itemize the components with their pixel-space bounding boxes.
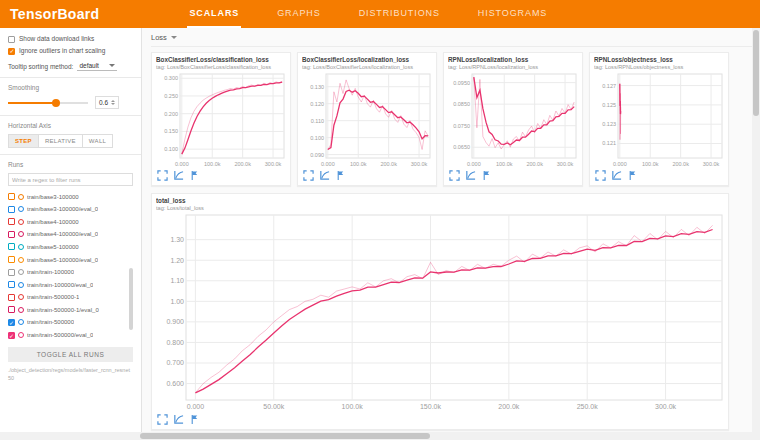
- run-row[interactable]: train/train-100000: [8, 266, 126, 279]
- run-checkbox[interactable]: [8, 281, 15, 288]
- run-row[interactable]: train/base3-100000/eval_0: [8, 203, 126, 216]
- log-scale-button[interactable]: [610, 170, 622, 182]
- line-chart[interactable]: 0.1210.1230.1250.1270.000100.0k200.0k300…: [594, 71, 724, 168]
- axis-button-step[interactable]: STEP: [8, 134, 39, 148]
- axis-button-relative[interactable]: RELATIVE: [39, 134, 83, 148]
- ignore-outliers-checkbox[interactable]: [8, 48, 15, 55]
- svg-text:0.123: 0.123: [602, 121, 616, 127]
- run-checkbox[interactable]: ✓: [8, 332, 15, 339]
- log-scale-button[interactable]: [172, 170, 184, 182]
- run-row[interactable]: train/base4-100000: [8, 215, 126, 228]
- svg-text:300.0k: 300.0k: [703, 161, 720, 167]
- run-row[interactable]: train/base5-100000/eval_0: [8, 253, 126, 266]
- run-isolator-icon[interactable]: [18, 244, 24, 250]
- line-chart[interactable]: 0.0900.1000.1100.1200.1300.000100.0k200.…: [302, 71, 432, 168]
- horizontal-scrollbar[interactable]: [0, 432, 760, 440]
- run-checkbox[interactable]: [8, 218, 15, 225]
- pin-button[interactable]: [480, 170, 492, 182]
- run-row[interactable]: train/train-100000/eval_0: [8, 278, 126, 291]
- run-checkbox[interactable]: ✓: [8, 319, 15, 326]
- run-isolator-icon[interactable]: [18, 194, 24, 200]
- run-row[interactable]: ✓train/train-500000/eval_0: [8, 329, 126, 342]
- run-checkbox[interactable]: [8, 231, 15, 238]
- expand-button[interactable]: [448, 170, 460, 182]
- line-chart[interactable]: 0.06500.07500.08500.09500.000100.0k200.0…: [448, 71, 578, 168]
- expand-icon: [595, 170, 606, 183]
- svg-text:0.090: 0.090: [310, 152, 324, 158]
- svg-text:150.0k: 150.0k: [420, 403, 442, 410]
- svg-text:250.0k: 250.0k: [577, 403, 599, 410]
- tab-scalars[interactable]: SCALARS: [187, 0, 241, 28]
- svg-text:0.100: 0.100: [164, 146, 178, 152]
- run-list-scrollbar[interactable]: [129, 268, 133, 330]
- pin-button[interactable]: [334, 170, 346, 182]
- expand-button[interactable]: [156, 414, 168, 426]
- run-label: train/train-500000: [27, 319, 74, 325]
- show-download-links-checkbox[interactable]: [8, 36, 15, 43]
- run-row[interactable]: ✓train/train-500000: [8, 316, 126, 329]
- run-row[interactable]: train/train-500000-1/eval_0: [8, 304, 126, 317]
- tab-histograms[interactable]: HISTOGRAMS: [476, 0, 549, 28]
- line-chart[interactable]: 0.1000.1500.2000.2500.3000.000100.0k200.…: [156, 71, 286, 168]
- run-isolator-icon[interactable]: [18, 332, 24, 338]
- svg-text:300.0k: 300.0k: [411, 161, 428, 167]
- run-isolator-icon[interactable]: [18, 294, 24, 300]
- run-isolator-icon[interactable]: [18, 206, 24, 212]
- run-row[interactable]: train/train-500000-1: [8, 291, 126, 304]
- run-row[interactable]: train/base5-100000: [8, 241, 126, 254]
- run-isolator-icon[interactable]: [18, 319, 24, 325]
- tooltip-sorting-select[interactable]: default: [77, 61, 117, 71]
- run-checkbox[interactable]: [8, 269, 15, 276]
- log-scale-button[interactable]: [318, 170, 330, 182]
- divider: [0, 154, 141, 155]
- run-isolator-icon[interactable]: [18, 231, 24, 237]
- log-scale-button[interactable]: [464, 170, 476, 182]
- runs-filter-input[interactable]: [8, 173, 133, 186]
- run-isolator-icon[interactable]: [18, 269, 24, 275]
- expand-button[interactable]: [594, 170, 606, 182]
- horizontal-scrollbar-thumb[interactable]: [140, 433, 430, 439]
- line-chart[interactable]: 0.6000.7000.8000.9001.001.101.201.300.00…: [156, 212, 724, 412]
- ignore-outliers-option[interactable]: Ignore outliers in chart scaling: [8, 47, 133, 55]
- run-isolator-icon[interactable]: [18, 257, 24, 263]
- vertical-scrollbar-thumb[interactable]: [753, 30, 759, 116]
- tab-distributions[interactable]: DISTRIBUTIONS: [357, 0, 442, 28]
- svg-text:300.0k: 300.0k: [655, 403, 677, 410]
- run-isolator-icon[interactable]: [18, 307, 24, 313]
- axis-button-wall[interactable]: WALL: [83, 134, 113, 148]
- run-checkbox[interactable]: [8, 256, 15, 263]
- svg-text:200.0k: 200.0k: [234, 161, 251, 167]
- run-row[interactable]: train/base3-100000: [8, 190, 126, 203]
- smoothing-value-box[interactable]: 0.6: [95, 96, 119, 109]
- pin-button[interactable]: [626, 170, 638, 182]
- small-charts-row: BoxClassifierLoss/classification_loss ta…: [151, 52, 752, 186]
- expand-button[interactable]: [156, 170, 168, 182]
- run-checkbox[interactable]: [8, 193, 15, 200]
- run-label: train/train-100000/eval_0: [27, 282, 93, 288]
- smoothing-slider[interactable]: [8, 102, 88, 104]
- toggle-all-runs-button[interactable]: TOGGLE ALL RUNS: [8, 347, 133, 362]
- svg-text:300.0k: 300.0k: [265, 161, 282, 167]
- horizontal-axis-group: STEPRELATIVEWALL: [8, 134, 133, 148]
- run-checkbox[interactable]: [8, 306, 15, 313]
- run-checkbox[interactable]: [8, 206, 15, 213]
- run-checkbox[interactable]: [8, 243, 15, 250]
- run-label: train/train-500000/eval_0: [27, 332, 93, 338]
- tab-graphs[interactable]: GRAPHS: [275, 0, 322, 28]
- smoothing-slider-thumb[interactable]: [52, 99, 60, 107]
- run-isolator-icon[interactable]: [18, 219, 24, 225]
- log-scale-button[interactable]: [172, 414, 184, 426]
- svg-text:1.10: 1.10: [170, 277, 184, 284]
- run-row[interactable]: train/base4-100000/eval_0: [8, 228, 126, 241]
- vertical-scrollbar[interactable]: [752, 28, 760, 432]
- category-header-loss[interactable]: Loss: [151, 31, 752, 47]
- show-download-links-option[interactable]: Show data download links: [8, 35, 133, 43]
- expand-button[interactable]: [302, 170, 314, 182]
- pin-button[interactable]: [188, 414, 200, 426]
- run-isolator-icon[interactable]: [18, 282, 24, 288]
- smoothing-stepper[interactable]: [111, 98, 115, 107]
- run-label: train/base4-100000/eval_0: [27, 231, 98, 237]
- pin-button[interactable]: [188, 170, 200, 182]
- run-checkbox[interactable]: [8, 294, 15, 301]
- svg-text:300.0k: 300.0k: [557, 161, 574, 167]
